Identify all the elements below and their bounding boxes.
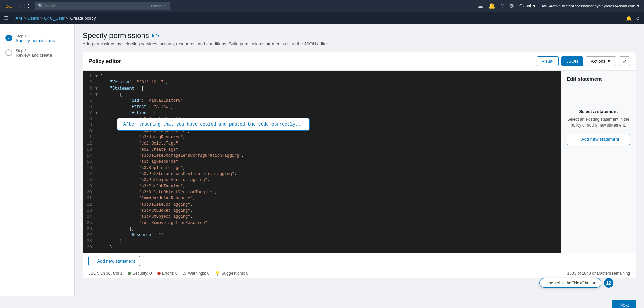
- chars-remaining: 1503 of 2048 characters remaining: [567, 271, 630, 276]
- page-footer: Next: [0, 296, 644, 308]
- help-icon[interactable]: ?: [501, 3, 504, 9]
- code-line: 16 "s3:ReplicateTags",: [83, 165, 561, 171]
- info-link[interactable]: Info: [152, 33, 159, 38]
- code-line: 7▼ "Action": [: [83, 110, 561, 116]
- code-line: 12 "ec2:DeleteTags",: [83, 140, 561, 147]
- main-wrapper: ✓ Step 1 Specify permissions Step 2 Revi…: [0, 24, 644, 296]
- code-line: 25 "rds:RemoveTagsFromResource": [83, 220, 561, 226]
- select-statement-desc: Select an existing statement in the poli…: [567, 117, 630, 128]
- editor-controls: Visual JSON Actions ▼ ⤢: [537, 56, 630, 66]
- editor-body: 1▼{ 2 "Version": "2012-10-17", 3▼ "State…: [83, 71, 636, 253]
- code-line: 2 "Version": "2012-10-17",: [83, 79, 561, 85]
- secondary-navigation: ☰ IAM > Users > C4C_User > Create policy…: [0, 12, 644, 24]
- search-box: 🔍 [Option+S]: [35, 2, 170, 10]
- visual-button[interactable]: Visual: [537, 56, 559, 66]
- code-line: 3▼ "Statement": [: [83, 85, 561, 92]
- code-line: 15 "s3:TagResource",: [83, 159, 561, 165]
- step-1-label: Specify permissions: [16, 38, 55, 43]
- right-panel-title: Edit statement: [567, 76, 630, 82]
- suggestions-status: 💡 Suggestions: 0: [215, 271, 248, 276]
- refresh-icon[interactable]: ↺: [636, 16, 640, 21]
- search-input[interactable]: [43, 4, 150, 8]
- errors-indicator: [157, 272, 161, 275]
- code-line: 17 "s3:PutStorageLensConfigurationTaggin…: [83, 171, 561, 177]
- code-line: 27 "Resource": "*": [83, 232, 561, 238]
- errors-status: Errors: 0: [157, 271, 178, 276]
- content-area: Specify permissions Info Add permissions…: [75, 24, 644, 296]
- code-line: 26 ],: [83, 226, 561, 232]
- code-line: 21 "lambda:UntagResource",: [83, 195, 561, 201]
- policy-editor: Policy editor Visual JSON Actions ▼ ⤢ 1▼…: [83, 52, 636, 278]
- settings-icon[interactable]: ⚙: [509, 3, 514, 9]
- security-indicator: [128, 272, 131, 275]
- status-bar: JSON Ln 30, Col 1 Security: 0 Errors: 0 …: [83, 269, 636, 278]
- code-line: 4▼ {: [83, 92, 561, 98]
- aws-logo[interactable]: [4, 3, 14, 9]
- code-editor[interactable]: 1▼{ 2 "Version": "2012-10-17", 3▼ "State…: [83, 71, 561, 253]
- code-line: 19 "s3:PutJobTagging",: [83, 183, 561, 189]
- step-1-circle: ✓: [5, 35, 12, 41]
- page-description: Add permissions by selecting services, a…: [83, 41, 636, 46]
- code-line: 14 "s3:DeleteStorageLensConfigurationTag…: [83, 153, 561, 159]
- select-statement-title: Select a statement: [567, 109, 630, 114]
- region-selector[interactable]: Global ▼: [519, 4, 536, 8]
- step-2-label: Review and create: [16, 53, 52, 58]
- breadcrumb-c4cuser[interactable]: C4C_User: [44, 16, 65, 21]
- cloud-icon[interactable]: ☁: [478, 3, 483, 9]
- code-line: 1▼{: [83, 73, 561, 79]
- json-cursor-status: JSON Ln 30, Col 1: [88, 271, 122, 276]
- breadcrumb-current: Create policy: [70, 16, 96, 21]
- step-1: ✓ Step 1 Specify permissions: [0, 31, 74, 46]
- next-tooltip-wrapper: ...then click the "Next" button 12: [539, 278, 613, 288]
- step-2-circle: [5, 49, 12, 56]
- policy-editor-title: Policy editor: [88, 58, 121, 64]
- sidebar: ✓ Step 1 Specify permissions Step 2 Revi…: [0, 24, 75, 296]
- code-line: 29 }: [83, 244, 561, 250]
- json-button[interactable]: JSON: [561, 56, 583, 66]
- warning-icon: ⚠: [183, 271, 187, 276]
- policy-editor-header: Policy editor Visual JSON Actions ▼ ⤢: [83, 52, 636, 71]
- next-tooltip-bubble: ...then click the "Next" button: [539, 278, 601, 288]
- user-account[interactable]: AWSAdministratorAccess/orner.aydin@cross…: [542, 4, 640, 8]
- code-line: 18 "s3:PutObjectVersionTagging",: [83, 177, 561, 183]
- next-badge: 12: [604, 278, 613, 288]
- notification-icon[interactable]: 🔔: [626, 16, 632, 21]
- code-lines: 1▼{ 2 "Version": "2012-10-17", 3▼ "State…: [83, 71, 561, 253]
- breadcrumb-users[interactable]: Users: [27, 16, 39, 21]
- breadcrumb-iam[interactable]: IAM: [14, 16, 22, 21]
- code-line: 28 }: [83, 238, 561, 244]
- right-panel: Edit statement Select a statement Select…: [561, 71, 636, 253]
- search-icon: 🔍: [38, 3, 43, 8]
- editor-footer: + Add new statement: [83, 253, 636, 269]
- code-line: 13 "ec2:CreateTags",: [83, 147, 561, 153]
- nav-right: ☁ 🔔 ? ⚙ Global ▼ AWSAdministratorAccess/…: [478, 3, 640, 9]
- menu-icon[interactable]: ☰: [4, 15, 9, 21]
- code-line: 22 "s3:DeleteJobTagging",: [83, 201, 561, 208]
- search-shortcut: [Option+S]: [150, 4, 167, 8]
- step-2-number: Step 2: [16, 49, 52, 53]
- copy-paste-tooltip: After ensuring that you have copied and …: [117, 118, 310, 131]
- actions-button[interactable]: Actions ▼: [586, 56, 616, 66]
- code-line: 24 "s3:PutObjectTagging",: [83, 214, 561, 220]
- step-1-number: Step 1: [16, 34, 55, 38]
- code-line: 5 "Sid": "VisualEditor0",: [83, 98, 561, 104]
- add-new-statement-right-button[interactable]: + Add new statement: [567, 134, 630, 145]
- step-2: Step 2 Review and create: [0, 46, 74, 60]
- next-button[interactable]: Next: [612, 300, 636, 308]
- top-navigation: ⋮⋮⋮ 🔍 [Option+S] ☁ 🔔 ? ⚙ Global ▼ AWSAdm…: [0, 0, 644, 12]
- code-line: 6 "Effect": "Allow",: [83, 104, 561, 110]
- warnings-status: ⚠ Warnings: 0: [183, 271, 210, 276]
- code-line: 11 "s3:UntagResource",: [83, 134, 561, 140]
- page-title: Specify permissions Info: [83, 31, 636, 40]
- security-status: Security: 0: [128, 271, 152, 276]
- code-line: 20 "s3:DeleteObjectVersionTagging",: [83, 189, 561, 195]
- apps-icon[interactable]: ⋮⋮⋮: [18, 3, 31, 8]
- breadcrumb: IAM > Users > C4C_User > Create policy: [14, 16, 96, 21]
- nav-right-icons: 🔔 ↺: [626, 16, 640, 21]
- suggestions-icon: 💡: [215, 271, 220, 276]
- bell-icon[interactable]: 🔔: [488, 3, 495, 9]
- code-line: 23 "s3:PutBucketTagging",: [83, 208, 561, 214]
- fullscreen-button[interactable]: ⤢: [619, 56, 630, 66]
- add-new-statement-bottom-button[interactable]: + Add new statement: [88, 256, 140, 266]
